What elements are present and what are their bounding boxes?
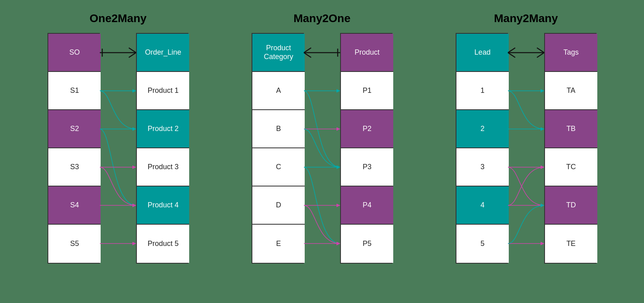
svg-line-5 (304, 48, 311, 53)
many2many-connector (508, 34, 544, 263)
tags-header: Tags (545, 34, 597, 72)
svg-line-6 (304, 53, 311, 57)
svg-line-12 (537, 53, 544, 57)
so-column: SO S1 S2 S3 S4 S5 (47, 33, 100, 264)
product-row-5: P5 (341, 225, 393, 263)
productcategory-row-4: D (252, 186, 305, 225)
many2one-body: Product Category A B C D E (252, 33, 392, 264)
tags-row-4: TD (545, 186, 597, 225)
productcategory-row-1: A (252, 72, 305, 110)
product-row-4: P4 (341, 186, 393, 225)
many2many-section: Many2Many Lead 1 2 3 4 5 (456, 12, 597, 264)
so-row-1: S1 (48, 72, 101, 110)
productcategory-column: Product Category A B C D E (252, 33, 304, 264)
product-row-3: P3 (341, 148, 393, 186)
one2many-body: SO S1 S2 S3 S4 S5 (47, 33, 188, 264)
many2one-connector (304, 34, 340, 263)
many2many-title: Many2Many (494, 12, 558, 25)
many2one-section: Many2One Product Category A B C D E (252, 12, 392, 264)
orderline-row-4: Product 4 (137, 186, 189, 225)
lead-row-1: 1 (456, 72, 509, 110)
svg-line-9 (508, 48, 515, 53)
so-header: SO (48, 34, 101, 72)
tags-row-5: TE (545, 225, 597, 263)
productcategory-row-3: C (252, 148, 305, 186)
one2many-section: One2Many SO S1 S2 S3 S4 S5 (47, 12, 188, 264)
svg-line-10 (508, 53, 515, 57)
tags-column: Tags TA TB TC TD TE (544, 33, 597, 264)
main-container: One2Many SO S1 S2 S3 S4 S5 (0, 0, 644, 303)
orderline-header: Order_Line (137, 34, 189, 72)
lead-row-2: 2 (456, 110, 509, 148)
orderline-row-1: Product 1 (137, 72, 189, 110)
product-header: Product (341, 34, 393, 72)
so-row-3: S3 (48, 148, 101, 186)
svg-line-11 (537, 48, 544, 53)
tags-row-2: TB (545, 110, 597, 148)
one2many-connector (100, 34, 136, 263)
productcategory-header: Product Category (252, 34, 305, 72)
one2many-title: One2Many (90, 12, 147, 25)
productcategory-row-5: E (252, 225, 305, 263)
so-row-2: S2 (48, 110, 101, 148)
orderline-column: Order_Line Product 1 Product 2 Product 3… (136, 33, 188, 264)
lead-row-3: 3 (456, 148, 509, 186)
svg-line-2 (129, 53, 136, 57)
lead-column: Lead 1 2 3 4 5 (456, 33, 508, 264)
so-row-5: S5 (48, 225, 101, 263)
many2one-title: Many2One (293, 12, 351, 25)
product-row-2: P2 (341, 110, 393, 148)
orderline-row-2: Product 2 (137, 110, 189, 148)
product-column: Product P1 P2 P3 P4 P5 (340, 33, 392, 264)
product-row-1: P1 (341, 72, 393, 110)
orderline-row-3: Product 3 (137, 148, 189, 186)
lead-row-4: 4 (456, 186, 509, 225)
lead-header: Lead (456, 34, 509, 72)
orderline-row-5: Product 5 (137, 225, 189, 263)
many2many-body: Lead 1 2 3 4 5 (456, 33, 597, 264)
productcategory-row-2: B (252, 110, 305, 148)
lead-row-5: 5 (456, 225, 509, 263)
tags-row-1: TA (545, 72, 597, 110)
so-row-4: S4 (48, 186, 101, 225)
svg-line-1 (129, 48, 136, 53)
tags-row-3: TC (545, 148, 597, 186)
